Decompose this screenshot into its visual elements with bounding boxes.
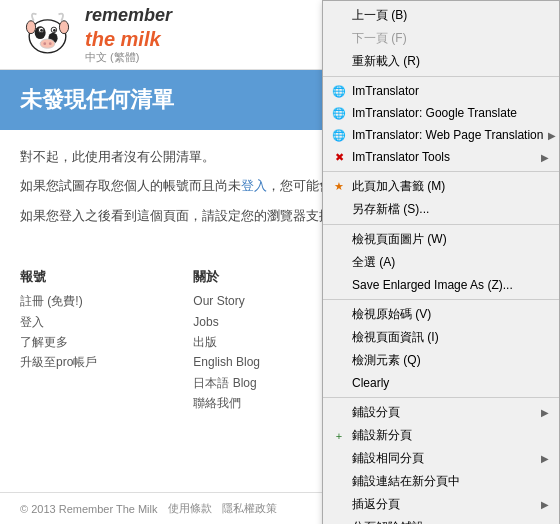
ctx-save-enlarged-icon	[331, 277, 347, 293]
ctx-imtranslator-web-label: ImTranslator: Web Page Translation	[352, 128, 543, 142]
ctx-sep-3	[323, 224, 559, 225]
logo-area: remember the milk 中文 (繁體)	[20, 5, 172, 64]
ctx-select-all[interactable]: 全選 (A)	[323, 251, 559, 274]
svg-point-9	[40, 39, 55, 48]
footer-col-account-heading: 報號	[20, 268, 193, 286]
copyright: © 2013 Remember The Milk	[20, 503, 158, 515]
ctx-view-source[interactable]: 檢視原始碼 (V)	[323, 303, 559, 326]
footer-col-account-list: 註冊 (免費!) 登入 了解更多 升級至pro帳戶	[20, 291, 193, 373]
ctx-imtranslator[interactable]: 🌐 ImTranslator	[323, 80, 559, 102]
ctx-imtranslator-google-label: ImTranslator: Google Translate	[352, 106, 517, 120]
ctx-imtranslator-tools-arrow: ▶	[541, 152, 549, 163]
logo-the-milk: the milk	[85, 27, 172, 51]
ctx-imtranslator-tools-label: ImTranslator Tools	[352, 150, 450, 164]
ctx-clearly-label: Clearly	[352, 376, 389, 390]
svg-point-3	[26, 21, 35, 34]
ctx-view-info[interactable]: 檢視頁面資訊 (I)	[323, 326, 559, 349]
logo-remember: remember	[85, 5, 172, 27]
ctx-insert-tab[interactable]: 插返分頁 ▶	[323, 493, 559, 516]
ctx-save-enlarged-label: Save Enlarged Image As (Z)...	[352, 278, 513, 292]
ctx-view-source-icon	[331, 307, 347, 323]
footer-col-account: 報號 註冊 (免費!) 登入 了解更多 升級至pro帳戶	[20, 268, 193, 524]
ctx-clearly-icon	[331, 375, 347, 391]
ctx-sep-2	[323, 171, 559, 172]
ctx-imtranslator-google[interactable]: 🌐 ImTranslator: Google Translate	[323, 102, 559, 124]
svg-point-7	[40, 29, 43, 32]
ctx-view-info-icon	[331, 330, 347, 346]
ctx-insert-tab-label: 插返分頁	[352, 496, 400, 513]
ctx-tile-tab-arrow: ▶	[541, 407, 549, 418]
ctx-reload[interactable]: 重新載入 (R)	[323, 50, 559, 73]
ctx-insert-tab-arrow: ▶	[541, 499, 549, 510]
list-item: 了解更多	[20, 332, 193, 352]
ctx-imtranslator-tools[interactable]: ✖ ImTranslator Tools ▶	[323, 146, 559, 168]
ctx-imtranslator-label: ImTranslator	[352, 84, 419, 98]
ctx-back[interactable]: 上一頁 (B)	[323, 4, 559, 27]
ctx-unsplit-label: 分頁解除鋪設	[352, 519, 424, 524]
ctx-tile-linked-label: 鋪設連結在新分頁中	[352, 473, 460, 490]
ctx-tile-linked[interactable]: 鋪設連結在新分頁中	[323, 470, 559, 493]
ctx-forward-label: 下一頁 (F)	[352, 30, 407, 47]
ctx-insert-tab-icon	[331, 497, 347, 513]
privacy-link[interactable]: 隱私權政策	[222, 501, 277, 516]
ctx-sep-5	[323, 397, 559, 398]
context-menu: 上一頁 (B) 下一頁 (F) 重新載入 (R) 🌐 ImTranslator …	[322, 0, 560, 524]
ctx-clearly[interactable]: Clearly	[323, 372, 559, 394]
ctx-imtranslator-icon: 🌐	[331, 83, 347, 99]
ctx-add-bookmark-icon: ★	[331, 179, 347, 195]
ctx-view-info-label: 檢視頁面資訊 (I)	[352, 329, 439, 346]
ctx-imtranslator-web-arrow: ▶	[548, 130, 556, 141]
svg-point-10	[43, 42, 46, 45]
ctx-tile-similar-label: 鋪設相同分頁	[352, 450, 424, 467]
list-item: 升級至pro帳戶	[20, 352, 193, 372]
ctx-back-label: 上一頁 (B)	[352, 7, 407, 24]
ctx-imtranslator-google-icon: 🌐	[331, 105, 347, 121]
ctx-inspect-icon	[331, 353, 347, 369]
ctx-forward[interactable]: 下一頁 (F)	[323, 27, 559, 50]
login-link[interactable]: 登入	[241, 178, 267, 193]
ctx-add-bookmark-label: 此頁加入書籤 (M)	[352, 178, 445, 195]
ctx-add-bookmark[interactable]: ★ 此頁加入書籤 (M)	[323, 175, 559, 198]
ctx-tile-similar-icon	[331, 451, 347, 467]
logo-cow-icon	[20, 7, 75, 62]
ctx-tile-new-tab-icon: +	[331, 428, 347, 444]
list-item: 註冊 (免費!)	[20, 291, 193, 311]
ctx-reload-label: 重新載入 (R)	[352, 53, 420, 70]
svg-point-8	[53, 29, 56, 32]
ctx-tile-similar[interactable]: 鋪設相同分頁 ▶	[323, 447, 559, 470]
ctx-save-as-label: 另存新檔 (S)...	[352, 201, 429, 218]
ctx-select-all-icon	[331, 255, 347, 271]
ctx-unsplit[interactable]: 分頁解除鋪設	[323, 516, 559, 524]
ctx-tile-similar-arrow: ▶	[541, 453, 549, 464]
svg-point-4	[59, 21, 68, 34]
ctx-sep-1	[323, 76, 559, 77]
ctx-unsplit-icon	[331, 520, 347, 525]
ctx-tile-new-tab-label: 鋪設新分頁	[352, 427, 412, 444]
ctx-inspect[interactable]: 檢測元素 (Q)	[323, 349, 559, 372]
ctx-tile-tab-label: 鋪設分頁	[352, 404, 400, 421]
ctx-reload-icon	[331, 54, 347, 70]
ctx-back-icon	[331, 8, 347, 24]
ctx-imtranslator-web[interactable]: 🌐 ImTranslator: Web Page Translation ▶	[323, 124, 559, 146]
ctx-tile-tab[interactable]: 鋪設分頁 ▶	[323, 401, 559, 424]
ctx-select-all-label: 全選 (A)	[352, 254, 395, 271]
ctx-sep-4	[323, 299, 559, 300]
ctx-forward-icon	[331, 31, 347, 47]
terms-link[interactable]: 使用條款	[168, 501, 212, 516]
ctx-view-image-icon	[331, 232, 347, 248]
logo-text: remember the milk 中文 (繁體)	[85, 5, 172, 64]
ctx-view-image-label: 檢視頁面圖片 (W)	[352, 231, 447, 248]
ctx-view-source-label: 檢視原始碼 (V)	[352, 306, 431, 323]
ctx-tile-linked-icon	[331, 474, 347, 490]
ctx-tile-tab-icon	[331, 405, 347, 421]
ctx-save-enlarged[interactable]: Save Enlarged Image As (Z)...	[323, 274, 559, 296]
ctx-save-as[interactable]: 另存新檔 (S)...	[323, 198, 559, 221]
ctx-tile-new-tab[interactable]: + 鋪設新分頁	[323, 424, 559, 447]
ctx-view-image[interactable]: 檢視頁面圖片 (W)	[323, 228, 559, 251]
ctx-inspect-label: 檢測元素 (Q)	[352, 352, 421, 369]
logo-lang: 中文 (繁體)	[85, 51, 172, 64]
svg-point-11	[49, 42, 52, 45]
ctx-imtranslator-web-icon: 🌐	[331, 127, 347, 143]
ctx-save-as-icon	[331, 202, 347, 218]
list-item: 登入	[20, 312, 193, 332]
